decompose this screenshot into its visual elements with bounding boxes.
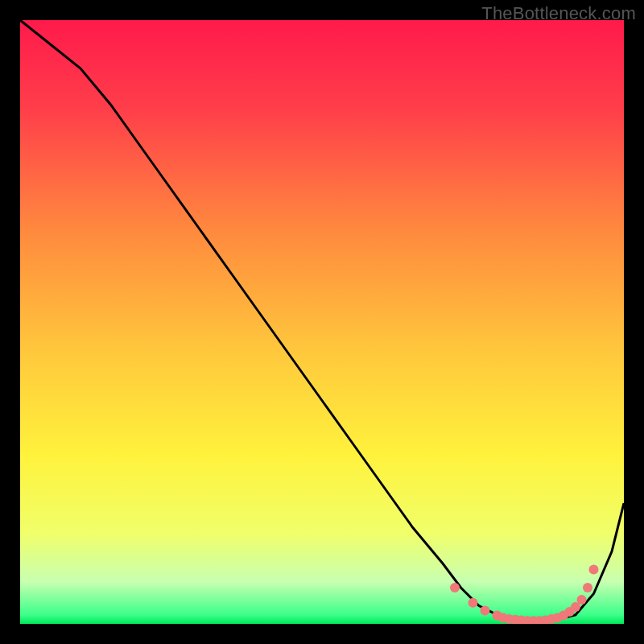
- marker-dot: [481, 606, 490, 616]
- marker-dot: [450, 583, 460, 592]
- heatmap-background: [20, 20, 624, 624]
- marker-dot: [469, 598, 478, 608]
- watermark-text: TheBottleneck.com: [481, 3, 636, 24]
- chart-canvas: [20, 20, 624, 624]
- marker-dot: [589, 565, 599, 575]
- marker-dot: [583, 583, 592, 592]
- marker-dot: [577, 595, 587, 605]
